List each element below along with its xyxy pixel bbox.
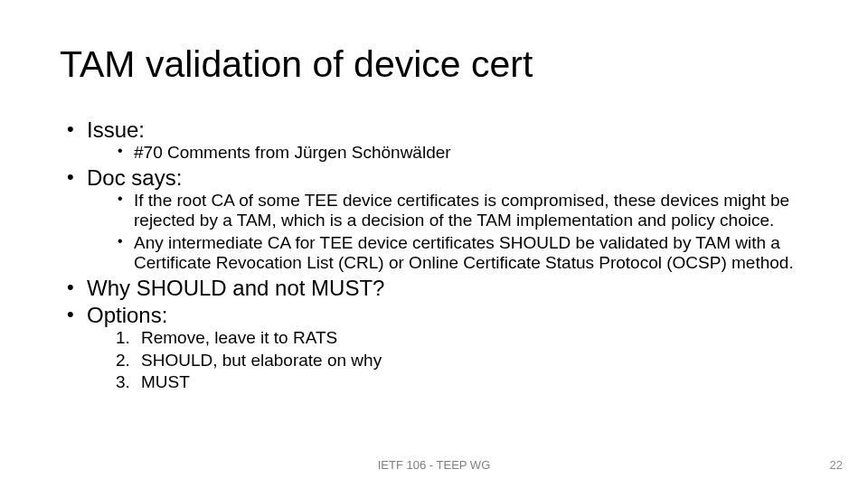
bullet-why: Why SHOULD and not MUST? (60, 276, 841, 301)
bullet-doc-says: Doc says: If the root CA of some TEE dev… (60, 165, 841, 274)
list-item: Any intermediate CA for TEE device certi… (114, 233, 841, 274)
page-number: 22 (830, 458, 843, 472)
bullet-issue: Issue: #70 Comments from Jürgen Schönwäl… (60, 117, 841, 164)
list-item: MUST (114, 372, 841, 392)
footer-text: IETF 106 - TEEP WG (0, 458, 868, 472)
slide-body: Issue: #70 Comments from Jürgen Schönwäl… (60, 117, 841, 395)
list-item: SHOULD, but elaborate on why (114, 351, 841, 371)
bullet-label: Why SHOULD and not MUST? (87, 276, 384, 300)
bullet-label: Doc says: (87, 165, 182, 190)
options-list: Remove, leave it to RATS SHOULD, but ela… (87, 328, 841, 392)
slide-title: TAM validation of device cert (60, 43, 533, 86)
list-item: If the root CA of some TEE device certif… (114, 191, 841, 231)
list-item: #70 Comments from Jürgen Schönwälder (114, 143, 841, 163)
slide: TAM validation of device cert Issue: #70… (0, 0, 868, 488)
bullet-list: Issue: #70 Comments from Jürgen Schönwäl… (60, 117, 841, 393)
list-item: Remove, leave it to RATS (114, 328, 841, 348)
sub-list: If the root CA of some TEE device certif… (87, 191, 841, 274)
sub-list: #70 Comments from Jürgen Schönwälder (87, 143, 841, 163)
bullet-label: Options: (87, 303, 167, 327)
bullet-options: Options: Remove, leave it to RATS SHOULD… (60, 303, 841, 393)
bullet-label: Issue: (87, 117, 145, 142)
